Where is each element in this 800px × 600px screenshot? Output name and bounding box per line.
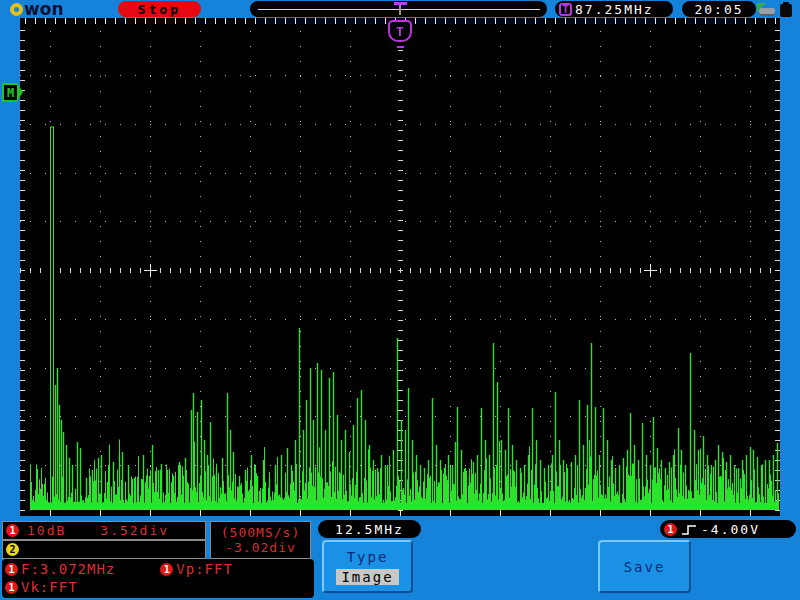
trigger-status-pill: 1 -4.00V xyxy=(660,520,796,538)
trigger-shield-dash xyxy=(397,46,404,48)
logo-o-ring xyxy=(10,3,23,16)
rising-edge-icon xyxy=(681,523,697,536)
measurement-vp: 1 Vp:FFT xyxy=(160,561,233,577)
channel2-badge: 2 xyxy=(6,543,19,556)
horizontal-position: -3.02div xyxy=(225,540,296,555)
graticule xyxy=(20,27,780,516)
channel1-scale: 10dB xyxy=(27,523,66,538)
fft-channel-marker: M xyxy=(2,83,17,102)
save-button[interactable]: Save xyxy=(598,540,691,593)
owon-logo: won xyxy=(10,0,64,18)
clock-pill: 20:05 xyxy=(682,1,756,17)
stop-button[interactable]: Stop xyxy=(118,1,201,17)
type-menu-button[interactable]: Type Image xyxy=(322,540,413,593)
oscilloscope-screen: won Stop T 87.25MHz 20:05 T M 1 10dB 3.5 xyxy=(0,0,800,600)
usb-disk-icon xyxy=(757,3,776,16)
type-label: Type xyxy=(347,549,389,565)
timebase-status-box: (500MS/s) -3.02div xyxy=(210,521,311,559)
measurements-bar: 1 F:3.072MHz 1 Vp:FFT 1 Vk:FFT xyxy=(2,559,314,598)
measurement-vk: 1 Vk:FFT xyxy=(5,579,78,595)
channel1-status-box: 1 10dB 3.52div xyxy=(2,521,206,540)
trigger-channel-badge: 1 xyxy=(664,523,677,536)
measurement-vk-badge: 1 xyxy=(5,581,18,594)
sample-rate: (500MS/s) xyxy=(221,525,300,540)
trigger-frequency-value: 87.25MHz xyxy=(575,2,654,17)
measurement-frequency: 1 F:3.072MHz xyxy=(5,561,115,577)
channel1-position: 3.52div xyxy=(100,523,169,538)
measurement-vp-badge: 1 xyxy=(160,563,173,576)
logo-text: won xyxy=(24,0,64,18)
measurement-f-badge: 1 xyxy=(5,563,18,576)
trigger-position-marker-icon xyxy=(394,1,407,16)
frequency-per-div-pill: 12.5MHz xyxy=(318,520,421,538)
trigger-level-value: -4.00V xyxy=(701,522,760,537)
trigger-t-icon: T xyxy=(559,3,572,16)
save-label: Save xyxy=(624,559,666,575)
fft-channel-marker-point xyxy=(17,83,23,101)
fft-trace-canvas xyxy=(20,27,780,516)
trigger-shield-icon: T xyxy=(388,20,412,42)
type-value: Image xyxy=(336,569,398,585)
battery-icon xyxy=(780,2,793,17)
trigger-frequency-pill: T 87.25MHz xyxy=(555,1,673,17)
channel1-badge: 1 xyxy=(6,524,19,537)
channel2-status-box: 2 xyxy=(2,540,206,559)
